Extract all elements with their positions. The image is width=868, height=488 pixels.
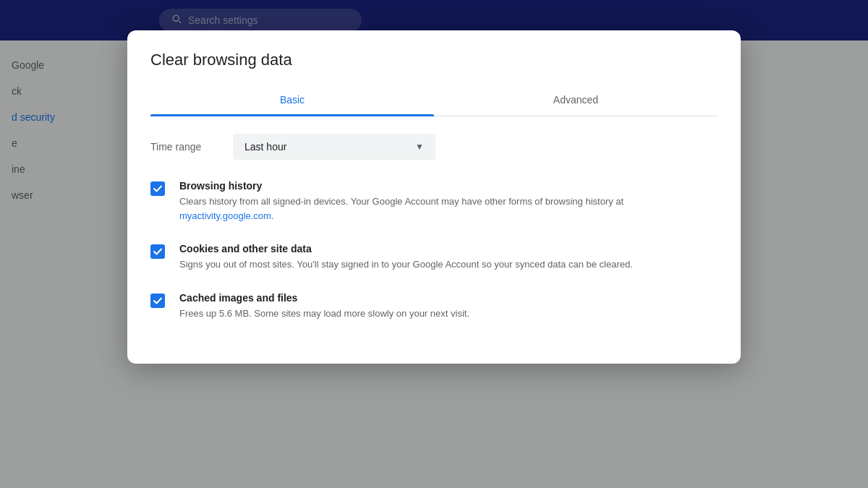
dialog-body: Time range Last hour ▼ Browsing history … bbox=[127, 116, 741, 364]
cached-checkbox[interactable] bbox=[150, 294, 165, 308]
dialog-title: Clear browsing data bbox=[150, 51, 718, 69]
time-range-select[interactable]: Last hour ▼ bbox=[233, 134, 435, 160]
clear-browsing-data-dialog: Clear browsing data Basic Advanced Time … bbox=[127, 30, 741, 364]
tab-advanced[interactable]: Advanced bbox=[434, 84, 718, 116]
browsing-history-text: Browsing history Clears history from all… bbox=[179, 180, 718, 223]
tabs: Basic Advanced bbox=[150, 84, 718, 116]
time-range-value: Last hour bbox=[244, 141, 286, 153]
cookies-checkbox[interactable] bbox=[150, 244, 165, 259]
browsing-history-checkbox-wrap[interactable] bbox=[150, 181, 165, 196]
cookies-desc: Signs you out of most sites. You'll stay… bbox=[179, 257, 718, 272]
browsing-history-title: Browsing history bbox=[179, 180, 718, 192]
browsing-history-checkbox[interactable] bbox=[150, 181, 165, 196]
tab-basic[interactable]: Basic bbox=[150, 84, 434, 116]
time-range-label: Time range bbox=[150, 141, 216, 153]
time-range-row: Time range Last hour ▼ bbox=[150, 134, 718, 160]
browsing-history-item: Browsing history Clears history from all… bbox=[150, 180, 718, 223]
dropdown-arrow-icon: ▼ bbox=[415, 142, 424, 152]
cookies-title: Cookies and other site data bbox=[179, 243, 718, 254]
cached-desc: Frees up 5.6 MB. Some sites may load mor… bbox=[179, 307, 718, 321]
cached-checkbox-wrap[interactable] bbox=[150, 294, 165, 308]
dialog-header: Clear browsing data Basic Advanced bbox=[127, 30, 741, 116]
cached-text: Cached images and files Frees up 5.6 MB.… bbox=[179, 292, 718, 321]
cookies-checkbox-wrap[interactable] bbox=[150, 244, 165, 259]
cookies-text: Cookies and other site data Signs you ou… bbox=[179, 243, 718, 272]
cached-title: Cached images and files bbox=[179, 292, 718, 304]
cookies-item: Cookies and other site data Signs you ou… bbox=[150, 243, 718, 272]
cached-item: Cached images and files Frees up 5.6 MB.… bbox=[150, 292, 718, 321]
myactivity-link[interactable]: myactivity.google.com bbox=[179, 210, 271, 221]
browsing-history-desc: Clears history from all signed-in device… bbox=[179, 194, 718, 223]
